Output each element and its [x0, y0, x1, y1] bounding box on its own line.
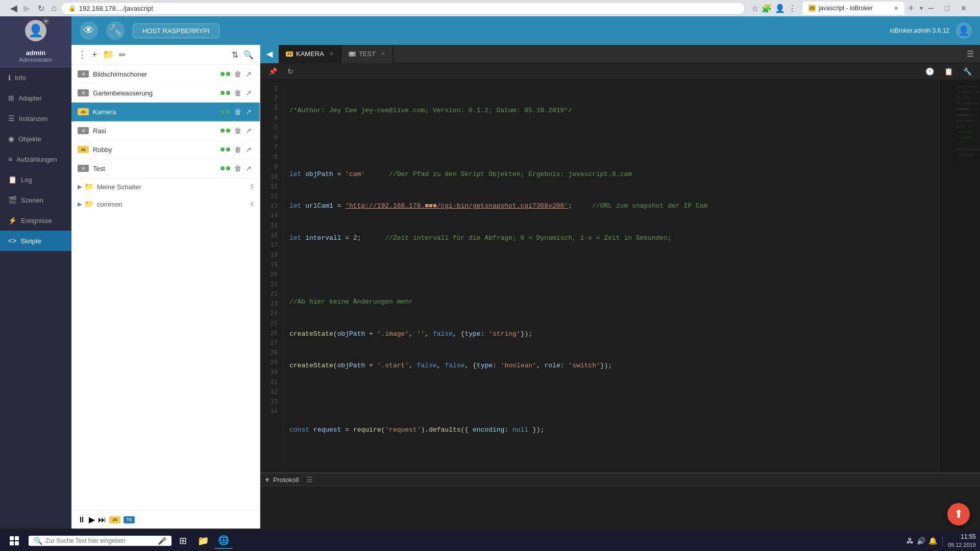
sidebar-item-log[interactable]: 📋 Log	[0, 169, 71, 190]
stop-btn[interactable]: ⏸	[78, 515, 86, 524]
tab-close-icon[interactable]: ✕	[894, 5, 898, 12]
file-icon-js2: JS	[78, 146, 89, 153]
delete-icon6[interactable]: 🗑	[232, 163, 243, 173]
delete-icon5[interactable]: 🗑	[232, 144, 243, 155]
kamera-tab-close[interactable]: ✕	[329, 51, 334, 57]
settings-editor-btn[interactable]: 🔧	[960, 65, 975, 78]
folder-name: Meine Schalter	[97, 183, 141, 191]
export-icon6[interactable]: ↗	[243, 163, 254, 173]
file-item-kamera[interactable]: JS Kamera 🗑 ↗	[71, 103, 260, 121]
address-bar[interactable]: 🔒 192.168.178..../javascript	[61, 2, 745, 15]
file-icon-gear2: ⚙	[78, 89, 89, 96]
start-btn[interactable]	[4, 533, 24, 549]
network-icon[interactable]: 🖧	[906, 537, 914, 545]
sidebar-item-info[interactable]: ℹ Info	[0, 67, 71, 88]
forward-nav-icon[interactable]: ▶	[21, 3, 33, 14]
export-icon3[interactable]: ↗	[243, 107, 254, 117]
kamera-tab-label: KAMERA	[296, 50, 324, 58]
maximize-btn[interactable]: □	[940, 4, 954, 12]
notification-icon[interactable]: 🔔	[928, 537, 937, 545]
delete-icon2[interactable]: 🗑	[232, 88, 243, 98]
delete-icon4[interactable]: 🗑	[232, 126, 243, 136]
delete-icon3[interactable]: 🗑	[232, 107, 243, 117]
file-item-rasi[interactable]: ⚙ Rasi 🗑 ↗	[71, 121, 260, 140]
file-item-gartenbewasserung[interactable]: ⚙ Gartenbewasserung 🗑 ↗	[71, 84, 260, 103]
file-icon-gear: ⚙	[78, 70, 89, 78]
log-lines-icon[interactable]: ☰	[306, 475, 313, 484]
taskbar-icon-task-view[interactable]: ⊞	[174, 533, 192, 549]
bookmark-icon[interactable]: ☆	[751, 4, 758, 13]
file-item-bildschirmschoner[interactable]: ⚙ Bildschirmschoner 🗑 ↗	[71, 65, 260, 84]
folder-count2: 4	[250, 201, 254, 208]
export-icon[interactable]: ↗	[243, 69, 254, 79]
add-folder-btn[interactable]: 📁	[102, 48, 115, 61]
search-btn[interactable]: 🔍	[242, 49, 255, 61]
sidebar-item-ereignisse[interactable]: ⚡ Ereignisse	[0, 210, 71, 231]
code-content[interactable]: /*Author: Jey Cee jey-cee@live.com; Vers…	[283, 80, 939, 472]
js-badge: JS	[109, 516, 120, 523]
export-icon4[interactable]: ↗	[243, 126, 254, 136]
sidebar-item-aufzaehlungen[interactable]: ≡ Aufzählungen	[0, 149, 71, 169]
sort-btn[interactable]: ⇅	[231, 49, 239, 61]
editor-tabs-row: ◀ JS KAMERA ✕ ⚙ TEST ✕ ☰	[260, 45, 980, 63]
menu-icon[interactable]: ⋮	[788, 4, 796, 13]
extensions-icon[interactable]: 🧩	[762, 4, 772, 13]
close-panel-btn[interactable]: ✕	[42, 18, 50, 25]
user-icon[interactable]: 👤	[955, 22, 972, 39]
tab-test[interactable]: ⚙ TEST ✕	[341, 45, 393, 63]
refresh-icon[interactable]: ↻	[35, 4, 47, 13]
fab-btn[interactable]: ⬆	[947, 503, 970, 525]
ereignisse-icon: ⚡	[8, 216, 17, 224]
close-btn[interactable]: ✕	[955, 4, 972, 12]
play-btn[interactable]: ▶	[89, 515, 95, 524]
tab-kamera[interactable]: JS KAMERA ✕	[279, 45, 341, 63]
sidebar-item-objekte[interactable]: ◉ Objekte	[0, 129, 71, 149]
code-line-11: const request = require('request').defau…	[289, 425, 939, 436]
folder-item-common[interactable]: ▶ 📁 common 4	[71, 195, 260, 213]
folder-item-meine-schalter[interactable]: ▶ 📁 Meine Schalter 5	[71, 178, 260, 195]
history-btn[interactable]: 🕐	[922, 65, 937, 78]
taskbar-clock[interactable]: 11:55 09.12.2019	[948, 533, 976, 548]
info-icon: ℹ	[8, 73, 11, 82]
taskbar-time: 11:55	[948, 533, 976, 541]
pin-btn[interactable]: 📌	[265, 65, 280, 78]
taskbar-search-input[interactable]	[45, 537, 155, 544]
sidebar-item-adapter[interactable]: ⊞ Adapter	[0, 88, 71, 108]
add-script-btn[interactable]: +	[91, 48, 99, 61]
file-panel: ⋮ + 📁 ✏ ⇅ 🔍 ⚙ Bildschirmschoner	[71, 45, 260, 529]
test-tab-close[interactable]: ✕	[381, 51, 385, 57]
more-menu-btn[interactable]: ⋮	[77, 48, 88, 61]
home-icon[interactable]: ⌂	[50, 4, 59, 13]
export-icon2[interactable]: ↗	[243, 88, 254, 98]
sidebar-item-instanzen[interactable]: ☰ Instanzen	[0, 108, 71, 129]
file-name: Bildschirmschoner	[93, 70, 220, 78]
file-item-robby[interactable]: JS Robby 🗑 ↗	[71, 140, 260, 159]
wrench-icon[interactable]: 🔧	[106, 21, 125, 40]
minimize-btn[interactable]: ─	[923, 4, 939, 13]
profile-icon[interactable]: 👤	[775, 4, 785, 13]
step-btn[interactable]: ⏭	[98, 515, 106, 524]
volume-icon[interactable]: 🔊	[917, 537, 925, 545]
code-line-3: let objPath = 'cam' //Der Pfad zu den Sk…	[289, 169, 939, 180]
sidebar-item-szenen[interactable]: 🎬 Szenen	[0, 190, 71, 210]
browser-tab[interactable]: JS javascript - ioBroker ✕	[802, 2, 904, 15]
refresh-editor-btn[interactable]: ↻	[284, 65, 297, 78]
back-nav-icon[interactable]: ◀	[8, 3, 19, 14]
folder-count: 5	[250, 183, 254, 190]
log-collapse-icon[interactable]: ▾	[265, 475, 269, 484]
export-icon5[interactable]: ↗	[243, 144, 254, 155]
sidebar-item-skripte[interactable]: <> Skripte	[0, 231, 71, 251]
clipboard-btn[interactable]: 📋	[941, 65, 956, 78]
editor-menu-icon[interactable]: ☰	[961, 49, 980, 59]
eye-icon[interactable]: 👁	[80, 21, 98, 40]
address-text: 192.168.178..../javascript	[79, 5, 153, 12]
taskbar-icon-edge[interactable]: 🌐	[214, 533, 233, 549]
delete-icon[interactable]: 🗑	[232, 69, 243, 79]
taskbar-icon-explorer[interactable]: 📁	[194, 533, 212, 549]
taskbar-search[interactable]: 🔍 🎤	[29, 536, 172, 546]
editor-back-btn[interactable]: ◀	[260, 45, 279, 63]
edit-btn[interactable]: ✏	[118, 49, 127, 61]
new-tab-btn[interactable]: +	[904, 3, 918, 14]
file-item-test[interactable]: ⚙ Test 🗑 ↗	[71, 159, 260, 178]
host-btn[interactable]: HOST RASPBERRYPI	[133, 23, 219, 38]
